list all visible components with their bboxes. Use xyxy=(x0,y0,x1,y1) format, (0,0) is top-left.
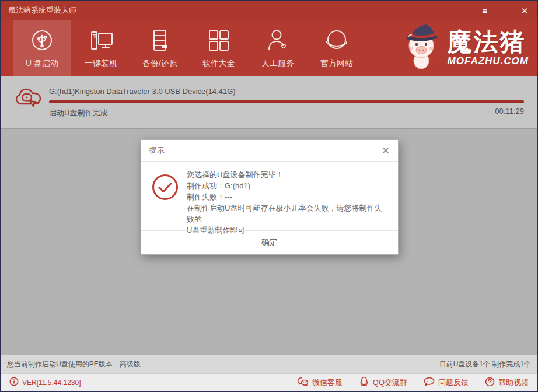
dialog-line: 您选择的U盘设备制作完毕！ xyxy=(187,169,386,180)
close-icon[interactable]: ✕ xyxy=(519,6,530,15)
qq-group-link[interactable]: QQ交流群 xyxy=(359,376,407,388)
feedback-link[interactable]: 问题反馈 xyxy=(424,376,469,388)
ok-button[interactable]: 确定 xyxy=(141,230,398,254)
footer-link-label: QQ交流群 xyxy=(373,377,407,388)
app-title: 魔法猪系统重装大师 xyxy=(8,5,76,16)
dialog-title: 提示 xyxy=(149,145,165,156)
bottom-bar: VER[11.5.44.1230] 微信客服 xyxy=(1,373,537,391)
tab-label: U 盘启动 xyxy=(26,58,58,69)
help-video-link[interactable]: 帮助视频 xyxy=(485,376,529,388)
feedback-icon xyxy=(424,377,435,388)
progress-section: G:(hd1)Kingston DataTraveler 3.0 USB Dev… xyxy=(1,76,537,129)
elapsed-timer: 00:11:29 xyxy=(495,107,524,116)
qq-icon xyxy=(359,376,369,388)
tab-label: 一键装机 xyxy=(85,58,117,69)
logo-domain: MOFAZHU.COM xyxy=(448,56,529,66)
title-bar: 魔法猪系统重装大师 ≡ – ✕ xyxy=(1,1,537,20)
wechat-icon xyxy=(297,377,309,388)
status-bar: 您当前制作启动U盘使用的PE版本：高级版 目前U盘设备1个 制作完成1个 xyxy=(1,355,537,373)
usb-icon xyxy=(29,27,55,54)
app-window: 魔法猪系统重装大师 ≡ – ✕ xyxy=(0,0,538,392)
dialog-close-icon[interactable]: ✕ xyxy=(382,146,390,156)
progress-bar-fill xyxy=(49,100,524,103)
grid-icon xyxy=(205,27,232,54)
brand-logo: 魔法猪 MOFAZHU.COM xyxy=(401,20,533,76)
footer-link-label: 帮助视频 xyxy=(498,377,529,388)
server-icon xyxy=(146,27,173,54)
menu-icon[interactable]: ≡ xyxy=(480,6,490,15)
tab-usb-boot[interactable]: U 盘启动 xyxy=(13,20,71,76)
footer-link-label: 微信客服 xyxy=(312,377,343,388)
logo-text: 魔法猪 MOFAZHU.COM xyxy=(448,30,529,66)
device-count-text: 目前U盘设备1个 制作完成1个 xyxy=(439,359,531,369)
tab-one-key-install[interactable]: 一键装机 xyxy=(72,20,130,76)
footer-link-label: 问题反馈 xyxy=(438,377,469,388)
tab-official-website[interactable]: 官方网站 xyxy=(308,20,366,76)
usb-device-label: G:(hd1)Kingston DataTraveler 3.0 USB Dev… xyxy=(49,87,236,96)
result-dialog: 提示 ✕ 您选择的U盘设备制作完毕！ 制作成功：G:(hd1) 制作失败：---… xyxy=(141,139,399,255)
pe-version-text: 您当前制作启动U盘使用的PE版本：高级版 xyxy=(7,359,141,369)
wechat-service-link[interactable]: 微信客服 xyxy=(297,376,343,388)
tab-human-service[interactable]: 人工服务 xyxy=(249,20,307,76)
window-controls: ≡ – ✕ xyxy=(480,6,530,15)
version-label: VER[11.5.44.1230] xyxy=(22,379,81,387)
dialog-title-bar: 提示 ✕ xyxy=(141,140,398,162)
tab-software-collection[interactable]: 软件大全 xyxy=(190,20,248,76)
tab-label: 软件大全 xyxy=(202,58,235,69)
progress-status-text: 启动U盘制作完成 xyxy=(49,108,107,118)
version-info: VER[11.5.44.1230] xyxy=(9,377,81,388)
minimize-icon[interactable]: – xyxy=(499,6,510,15)
info-icon xyxy=(9,377,19,388)
dialog-body: 您选择的U盘设备制作完毕！ 制作成功：G:(hd1) 制作失败：--- 在制作启… xyxy=(141,162,398,236)
pig-mascot-icon xyxy=(401,22,443,74)
dialog-line: 在制作启动U盘时可能存在极小几率会失败，请您将制作失败的 xyxy=(187,202,386,225)
nav-bar: U 盘启动 一键装机 xyxy=(1,20,537,76)
person-icon xyxy=(264,27,291,54)
help-icon xyxy=(485,377,495,388)
dialog-line: 制作失败：--- xyxy=(187,191,386,202)
success-check-icon xyxy=(151,173,179,204)
progress-bar xyxy=(49,100,524,103)
footer-links: 微信客服 QQ交流群 xyxy=(297,376,529,388)
logo-name: 魔法猪 xyxy=(448,30,529,54)
tab-label: 官方网站 xyxy=(320,58,353,69)
tab-backup-restore[interactable]: 备份/还原 xyxy=(131,20,189,76)
computer-icon xyxy=(88,27,114,54)
cloud-usb-icon xyxy=(15,86,42,112)
dialog-line: 制作成功：G:(hd1) xyxy=(187,180,386,191)
tab-label: 人工服务 xyxy=(261,58,294,69)
globe-icon xyxy=(323,27,350,54)
tab-label: 备份/还原 xyxy=(142,58,177,69)
